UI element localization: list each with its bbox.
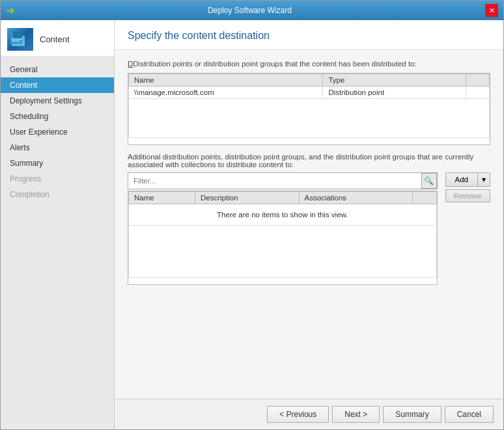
additional-col-associations: Associations — [299, 192, 413, 204]
sidebar-header: Content — [1, 20, 114, 57]
add-dropdown-button[interactable]: ▾ — [478, 172, 490, 187]
sidebar-item-deployment-settings[interactable]: Deployment Settings — [1, 93, 114, 109]
previous-button[interactable]: < Previous — [267, 406, 329, 423]
additional-table-wrapper: Name Description Associations There are … — [128, 191, 438, 285]
sidebar-item-scheduling[interactable]: Scheduling — [1, 109, 114, 124]
close-button[interactable]: ✕ — [485, 4, 498, 17]
bottom-table-area: 🔍 Name Description Associations — [128, 172, 438, 293]
sidebar: Content General Content Deployment Setti… — [1, 20, 115, 429]
sidebar-item-progress: Progress — [1, 171, 114, 187]
additional-col-name: Name — [129, 192, 195, 204]
page-title: Specify the content destination — [128, 30, 490, 42]
distributed-col-extra — [466, 74, 489, 87]
additional-table-empty-row: There are no items to show in this view. — [129, 204, 437, 226]
distributed-table-wrapper: Name Type \\manage.microsoft.com Distrib… — [128, 73, 490, 145]
app-icon: ➜ — [6, 5, 14, 17]
remove-button[interactable]: Remove — [445, 189, 490, 202]
sidebar-item-content[interactable]: Content — [1, 77, 114, 93]
distributed-row-extra — [466, 87, 489, 99]
filter-bar: 🔍 — [128, 172, 438, 189]
sidebar-header-label: Content — [40, 34, 70, 44]
filter-input[interactable] — [128, 173, 421, 189]
distributed-label: DDistribution points or distribution poi… — [128, 60, 490, 68]
filter-search-button[interactable]: 🔍 — [421, 173, 437, 189]
add-button[interactable]: Add — [445, 172, 478, 187]
summary-button[interactable]: Summary — [383, 406, 441, 423]
main-body: DDistribution points or distribution poi… — [115, 50, 503, 399]
distributed-table: Name Type \\manage.microsoft.com Distrib… — [128, 74, 490, 138]
sidebar-nav: General Content Deployment Settings Sche… — [1, 57, 114, 429]
next-button[interactable]: Next > — [332, 406, 380, 423]
sidebar-item-alerts[interactable]: Alerts — [1, 140, 114, 155]
add-button-group: Add ▾ — [445, 172, 490, 187]
distributed-row[interactable]: \\manage.microsoft.com Distribution poin… — [129, 87, 490, 99]
additional-col-description: Description — [195, 192, 299, 204]
distributed-row-type: Distribution point — [323, 87, 466, 99]
main-header: Specify the content destination — [115, 20, 503, 50]
svg-rect-3 — [12, 38, 22, 40]
footer: < Previous Next > Summary Cancel — [115, 399, 503, 429]
sidebar-item-summary[interactable]: Summary — [1, 155, 114, 171]
sidebar-item-user-experience[interactable]: User Experience — [1, 124, 114, 140]
sidebar-item-completion: Completion — [1, 187, 114, 202]
additional-label: Additional distribution points, distribu… — [128, 153, 490, 168]
bottom-section: 🔍 Name Description Associations — [128, 172, 490, 293]
sidebar-item-general[interactable]: General — [1, 62, 114, 77]
svg-rect-2 — [13, 32, 22, 38]
distributed-row-name: \\manage.microsoft.com — [129, 87, 323, 99]
title-bar: ➜ Deploy Software Wizard ✕ — [1, 1, 503, 20]
content-icon — [7, 28, 33, 51]
distributed-col-name: Name — [129, 74, 323, 87]
cancel-button[interactable]: Cancel — [445, 406, 494, 423]
additional-table-empty-text: There are no items to show in this view. — [129, 204, 437, 226]
additional-table: Name Description Associations There are … — [128, 191, 437, 278]
main-panel: Specify the content destination DDistrib… — [115, 20, 503, 429]
add-remove-buttons: Add ▾ Remove — [445, 172, 490, 293]
additional-col-extra — [413, 192, 436, 204]
distributed-col-type: Type — [323, 74, 466, 87]
window-title: Deploy Software Wizard — [14, 6, 485, 15]
svg-rect-4 — [12, 40, 20, 42]
